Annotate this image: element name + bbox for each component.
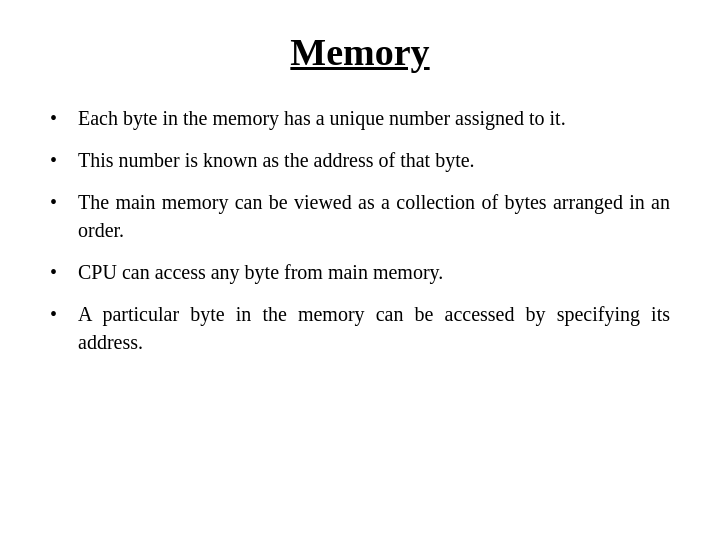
bullet-dot-1: • [50, 104, 74, 132]
bullet-item-2: •This number is known as the address of … [50, 146, 670, 174]
bullet-dot-5: • [50, 300, 74, 328]
bullet-list: •Each byte in the memory has a unique nu… [50, 104, 670, 370]
bullet-text-1: Each byte in the memory has a unique num… [78, 104, 670, 132]
bullet-dot-3: • [50, 188, 74, 216]
slide-container: Memory •Each byte in the memory has a un… [0, 0, 720, 540]
bullet-dot-2: • [50, 146, 74, 174]
bullet-dot-4: • [50, 258, 74, 286]
bullet-text-4: CPU can access any byte from main memory… [78, 258, 670, 286]
bullet-item-4: •CPU can access any byte from main memor… [50, 258, 670, 286]
title-wrapper: Memory [50, 30, 670, 74]
bullet-text-2: This number is known as the address of t… [78, 146, 670, 174]
bullet-item-3: •The main memory can be viewed as a coll… [50, 188, 670, 244]
bullet-item-5: •A particular byte in the memory can be … [50, 300, 670, 356]
bullet-text-5: A particular byte in the memory can be a… [78, 300, 670, 356]
slide-title: Memory [290, 30, 429, 74]
bullet-text-3: The main memory can be viewed as a colle… [78, 188, 670, 244]
bullet-item-1: •Each byte in the memory has a unique nu… [50, 104, 670, 132]
